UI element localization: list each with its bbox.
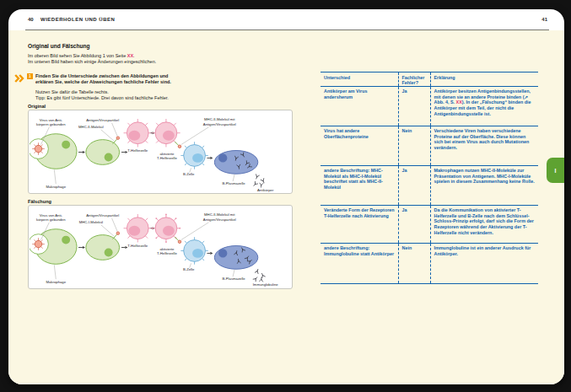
col-header-unterschied: Unterschied [321, 72, 398, 87]
difference-cell: Virus hat andere Oberflächenproteine [321, 126, 398, 165]
explanation-text: Verschiedene Viren haben verschiedene Pr… [434, 128, 530, 150]
intro-line1-period: . [133, 53, 135, 58]
label-virus-line2: körpern gebunden [36, 122, 66, 126]
table-row: Virus hat andere Oberflächenproteine Nei… [321, 126, 538, 165]
label-immunglobuline: Immunglobuline [253, 283, 279, 287]
label-makrophage: Makrophage [46, 185, 66, 189]
label-mhc: MHC-I-Molekül [79, 220, 103, 224]
error-flag-cell: Nein [398, 243, 430, 283]
page-number-left: 40 [28, 17, 34, 22]
label-b-plasmazelle: B-Plasmazelle [223, 181, 246, 185]
label-b-zelle: B-Zelle [183, 267, 195, 271]
intro-line1-text: Im oberen Bild sehen Sie Abbildung 1 von… [28, 53, 127, 58]
error-flag-cell: Ja [398, 205, 430, 243]
page-reference: XX [127, 53, 133, 58]
label-t-helfer: T-Helferzelle [127, 148, 148, 153]
col-header-erklaerung: Erklärung [430, 72, 538, 87]
label-aktiviert-line1: aktivierte [159, 152, 175, 156]
antigen-presenting-cell [86, 232, 120, 260]
screenshot-frame: 40 WIEDERHOLEN UND ÜBEN 41 Original und … [0, 0, 571, 392]
error-flag-cell: Ja [398, 86, 430, 126]
t-helper-cell [124, 119, 152, 147]
free-antibodies [252, 175, 265, 187]
task-tip: Tipp: Es gibt fünf Unterschiede. Drei da… [35, 95, 179, 101]
page-reference: XX [456, 99, 462, 105]
table-header-row: Unterschied Fachlicher Fehler? Erklärung [321, 72, 538, 87]
intro-line-2: Im unteren Bild haben sich einige Änderu… [28, 59, 156, 65]
figure-original: Virus von Anti- körpern gebunden Makroph… [28, 110, 293, 194]
explanation-text: Makrophagen nutzen MHC-II-Moleküle zur P… [434, 168, 535, 184]
error-flag-cell: Nein [398, 126, 430, 165]
label-antigen: Antigen/Viruspartikel [86, 118, 119, 122]
chapter-tab: I [547, 158, 564, 183]
table-row: Veränderte Form der Rezeptoren T-Helferz… [321, 205, 538, 243]
table-row: andere Beschriftung: Immunglobuline stat… [321, 243, 538, 283]
intro-text: Im oberen Bild sehen Sie Abbildung 1 von… [28, 53, 156, 65]
explanation-cell: Makrophagen nutzen MHC-II-Moleküle zur P… [430, 165, 538, 205]
explanation-cell: Verschiedene Viren haben verschiedene Pr… [430, 126, 538, 165]
virus-particle [33, 143, 45, 155]
task-chevron-icon [14, 74, 24, 83]
header-rule [25, 30, 549, 30]
label-virus-line1: Virus von Anti- [40, 213, 63, 217]
figure-title-faelschung: Fälschung [28, 199, 51, 204]
explanation-cell: Da die Kommunikation von aktivierter T-H… [430, 205, 538, 243]
label-aktiviert-line2: T-Helferzelle [157, 251, 177, 255]
error-flag-cell: Ja [398, 165, 430, 205]
task-block: 1 Finden Sie die Unterschiede zwischen d… [14, 73, 179, 101]
b-cell [181, 238, 208, 265]
chapter-tab-label: I [555, 168, 557, 174]
label-makrophage: Makrophage [46, 280, 66, 284]
label-mhc-mit-line1: MHC-II-Molekül mit [204, 117, 235, 121]
differences-table: Unterschied Fachlicher Fehler? Erklärung… [321, 72, 538, 284]
task-instruction: Finden Sie die Unterschiede zwischen den… [35, 73, 179, 85]
label-virus-line1: Virus von Anti- [40, 118, 63, 122]
task-note: Nutzen Sie dafür die Tabelle rechts. [35, 89, 179, 95]
free-antibodies [253, 269, 265, 282]
label-b-zelle: B-Zelle [183, 172, 195, 176]
antigen-presenting-cell [86, 137, 120, 164]
col-header-fachlicher-fehler: Fachlicher Fehler? [398, 72, 430, 87]
page-number-right: 41 [541, 17, 547, 22]
label-mhc-mit-line2: Antigen/Viruspartikel [203, 122, 236, 126]
immune-diagram-original: Virus von Anti- körpern gebunden Makroph… [30, 111, 291, 192]
b-plasma-cell [214, 246, 257, 270]
label-b-plasmazelle: B-Plasmazelle [223, 277, 246, 281]
label-antigen: Antigen/Viruspartikel [86, 213, 119, 217]
label-mhc-mit-line1: MHC-II-Molekül mit [204, 212, 235, 217]
figure-faelschung: Virus von Anti- körpern gebunden Makroph… [28, 205, 293, 289]
table-row: andere Beschriftung: MHC-Molekül als MHC… [321, 165, 538, 205]
label-mhc-mit-line2: Antigen/Viruspartikel [203, 217, 236, 222]
difference-cell: andere Beschriftung: MHC-Molekül als MHC… [321, 165, 398, 205]
explanation-cell: Antikörper besitzen Antigenbindungsstell… [430, 86, 538, 126]
difference-cell: Veränderte Form der Rezeptoren T-Helferz… [321, 205, 398, 243]
label-mhc: MHC-II-Molekül [78, 125, 104, 129]
lesson-heading: Original und Fälschung [28, 43, 90, 49]
label-virus-line2: körpern gebunden [36, 217, 66, 222]
b-plasma-cell [214, 151, 257, 175]
label-antikoerper: Antikörper [257, 188, 274, 192]
immune-diagram-faelschung: Virus von Anti- körpern gebunden Makroph… [30, 207, 291, 287]
label-t-helfer: T-Helferzelle [127, 244, 148, 248]
b-cell [181, 142, 208, 169]
explanation-text: Immunglobuline ist ein anderer Ausdruck … [434, 245, 531, 256]
label-aktiviert-line1: aktivierte [159, 247, 175, 251]
intro-line-1: Im oberen Bild sehen Sie Abbildung 1 von… [28, 53, 156, 59]
t-helper-cell [124, 214, 152, 242]
figure-title-original: Original [28, 104, 46, 109]
book-spread: 40 WIEDERHOLEN UND ÜBEN 41 Original und … [8, 9, 564, 384]
virus-particle [33, 239, 45, 250]
explanation-text: Da die Kommunikation von aktivierter T-H… [434, 207, 534, 234]
task-body: Finden Sie die Unterschiede zwischen den… [35, 73, 179, 101]
explanation-cell: Immunglobuline ist ein anderer Ausdruck … [430, 243, 538, 283]
header-title: WIEDERHOLEN UND ÜBEN [40, 17, 115, 22]
task-number-badge: 1 [27, 73, 33, 79]
table-row: Antikörper am Virus andersherum Ja Antik… [321, 86, 538, 126]
difference-cell: andere Beschriftung: Immunglobuline stat… [321, 243, 398, 283]
label-aktiviert-line2: T-Helferzelle [157, 156, 177, 160]
difference-cell: Antikörper am Virus andersherum [321, 86, 398, 126]
